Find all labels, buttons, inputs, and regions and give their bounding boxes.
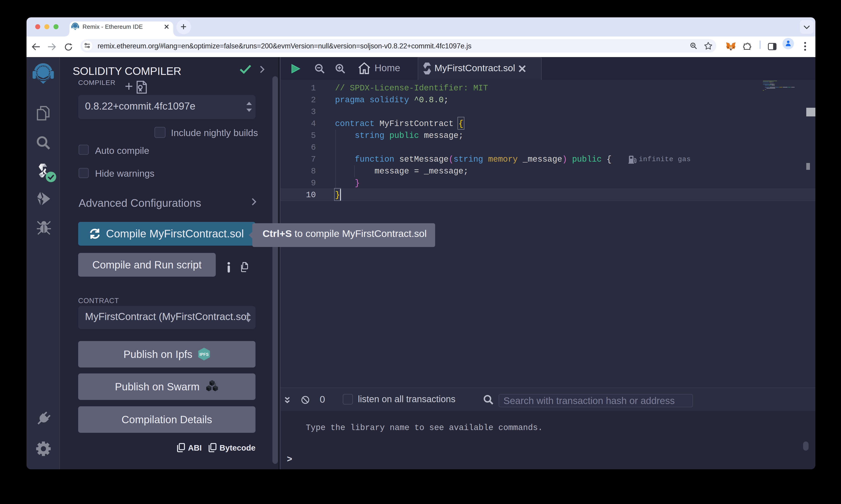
svg-text:IPFS: IPFS xyxy=(200,352,209,357)
